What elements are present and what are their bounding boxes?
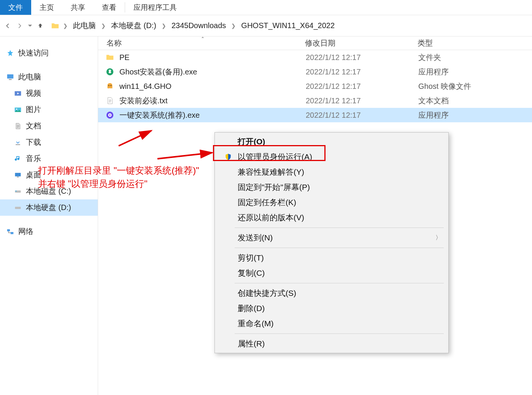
tab-home[interactable]: 主页 — [31, 0, 62, 15]
blank-icon — [222, 269, 234, 278]
file-row[interactable]: PE2022/1/12 12:17文件夹 — [98, 50, 532, 65]
file-type: 文本文档 — [418, 96, 449, 106]
file-row[interactable]: 安装前必读.txt2022/1/12 12:17文本文档 — [98, 93, 532, 108]
folder-icon — [105, 52, 115, 62]
context-menu-label: 发送到(N) — [237, 232, 435, 243]
context-menu-label: 剪切(T) — [237, 253, 441, 263]
file-type: 应用程序 — [418, 110, 449, 120]
context-menu-item[interactable]: 重命名(M) — [216, 316, 448, 331]
sidebar-item-label: 网络 — [18, 226, 33, 237]
music-icon — [14, 155, 22, 163]
context-menu-item[interactable]: 复制(C) — [216, 265, 448, 281]
sidebar-item-downloads[interactable]: 下载 — [0, 134, 98, 150]
context-menu-label: 创建快捷方式(S) — [237, 288, 441, 299]
blank-icon — [222, 289, 234, 298]
column-type[interactable]: 类型 — [418, 38, 532, 48]
tab-app-tools[interactable]: 应用程序工具 — [125, 0, 185, 15]
context-menu-item[interactable]: 删除(D) — [216, 301, 448, 316]
navbar: ❯ 此电脑 ❯ 本地硬盘 (D:) ❯ 2345Downloads ❯ GHOS… — [0, 15, 532, 36]
svg-rect-6 — [15, 173, 21, 176]
context-menu-item[interactable]: 以管理员身份运行(A) — [216, 149, 448, 164]
forward-button[interactable] — [14, 20, 26, 32]
context-menu-separator — [235, 283, 444, 283]
recent-dropdown[interactable] — [26, 20, 34, 32]
svg-point-15 — [111, 85, 111, 86]
sidebar-quick-access[interactable]: 快速访问 — [0, 45, 98, 61]
up-button[interactable] — [34, 20, 46, 32]
download-icon — [14, 138, 22, 147]
tab-share[interactable]: 共享 — [62, 0, 94, 15]
blank-icon — [222, 253, 234, 262]
txt-icon — [105, 96, 115, 106]
file-date: 2022/1/12 12:17 — [306, 111, 418, 120]
sidebar-item-pictures[interactable]: 图片 — [0, 101, 98, 118]
svg-rect-1 — [9, 79, 11, 80]
pc-icon — [6, 73, 14, 81]
file-name: Ghost安装器(备用).exe — [119, 67, 306, 77]
tab-file[interactable]: 文件 — [0, 0, 31, 15]
sidebar-item-documents[interactable]: 文档 — [0, 118, 98, 134]
breadcrumb-item[interactable]: 此电脑 — [71, 20, 97, 32]
column-date[interactable]: 修改日期 — [305, 38, 418, 48]
context-menu-separator — [235, 333, 444, 334]
blank-icon — [222, 233, 234, 242]
sidebar-item-label: 本地磁盘 (C:) — [26, 186, 71, 196]
sidebar-item-label: 本地硬盘 (D:) — [26, 202, 71, 213]
install-exe-icon — [105, 110, 115, 120]
context-menu-label: 复制(C) — [237, 268, 441, 278]
breadcrumb-item[interactable]: 2345Downloads — [170, 21, 227, 31]
svg-rect-12 — [11, 232, 13, 234]
tab-view[interactable]: 查看 — [94, 0, 125, 15]
file-date: 2022/1/12 12:17 — [306, 82, 418, 91]
blank-icon — [222, 319, 234, 328]
file-name: PE — [119, 53, 306, 62]
context-menu-label: 以管理员身份运行(A) — [237, 152, 441, 162]
breadcrumb-item[interactable]: GHOST_WIN11_X64_2022 — [240, 21, 336, 31]
context-menu-item[interactable]: 还原以前的版本(V) — [216, 210, 448, 225]
context-menu-item[interactable]: 固定到"开始"屏幕(P) — [216, 180, 448, 195]
drive-icon — [14, 187, 22, 196]
svg-rect-5 — [16, 144, 20, 145]
svg-point-4 — [16, 108, 17, 109]
back-button[interactable] — [2, 20, 14, 32]
svg-rect-10 — [15, 207, 21, 209]
sidebar-item-videos[interactable]: 视频 — [0, 85, 98, 101]
context-menu-item[interactable]: 发送到(N)〉 — [216, 230, 448, 245]
context-menu-item[interactable]: 剪切(T) — [216, 250, 448, 265]
file-date: 2022/1/12 12:17 — [306, 53, 418, 62]
context-menu-item[interactable]: 属性(R) — [216, 336, 448, 351]
sidebar-item-drive-d[interactable]: 本地硬盘 (D:) — [0, 199, 98, 216]
context-menu-item[interactable]: 兼容性疑难解答(Y) — [216, 164, 448, 180]
chevron-right-icon: ❯ — [228, 23, 239, 29]
file-row[interactable]: 一键安装系统(推荐).exe2022/1/12 12:17应用程序 — [98, 108, 532, 122]
chevron-right-icon: ❯ — [159, 23, 169, 29]
breadcrumb[interactable]: ❯ 此电脑 ❯ 本地硬盘 (D:) ❯ 2345Downloads ❯ GHOS… — [51, 20, 336, 32]
sidebar-item-label: 视频 — [26, 88, 41, 98]
file-type: 应用程序 — [418, 67, 449, 77]
file-name: 安装前必读.txt — [119, 96, 306, 106]
sidebar-item-label: 快速访问 — [18, 48, 49, 58]
context-menu-separator — [235, 248, 444, 248]
context-menu-item[interactable]: 创建快捷方式(S) — [216, 286, 448, 301]
context-menu-label: 还原以前的版本(V) — [237, 212, 441, 223]
sidebar-item-desktop[interactable]: 桌面 — [0, 167, 98, 183]
context-menu-item[interactable]: 固定到任务栏(K) — [216, 195, 448, 210]
svg-point-18 — [109, 114, 111, 116]
context-menu-item[interactable]: 打开(O) — [216, 134, 448, 149]
sidebar-network[interactable]: 网络 — [0, 223, 98, 240]
sidebar-item-drive-c[interactable]: 本地磁盘 (C:) — [0, 183, 98, 199]
file-row[interactable]: Ghost安装器(备用).exe2022/1/12 12:17应用程序 — [98, 65, 532, 79]
sidebar: 快速访问 此电脑 视频 图片 文档 下载 音乐 — [0, 36, 98, 395]
video-icon — [14, 89, 22, 98]
gho-icon — [105, 81, 115, 91]
sidebar-item-label: 音乐 — [26, 153, 41, 164]
sidebar-item-music[interactable]: 音乐 — [0, 150, 98, 167]
column-headers[interactable]: ⌃ 名称 修改日期 类型 — [98, 36, 532, 50]
svg-rect-9 — [15, 191, 16, 191]
chevron-right-icon: ❯ — [60, 23, 71, 29]
breadcrumb-item[interactable]: 本地硬盘 (D:) — [110, 20, 158, 32]
chevron-right-icon: 〉 — [435, 234, 441, 242]
network-icon — [6, 228, 14, 236]
sidebar-this-pc[interactable]: 此电脑 — [0, 69, 98, 85]
file-row[interactable]: win11_64.GHO2022/1/12 12:17Ghost 映像文件 — [98, 79, 532, 93]
